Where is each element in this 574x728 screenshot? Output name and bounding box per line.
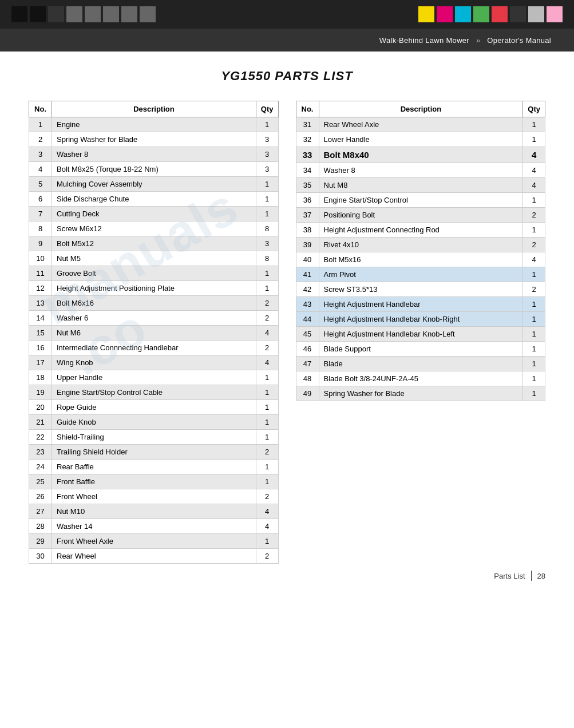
row-no: 46 (296, 342, 319, 357)
row-desc: Blade (319, 357, 523, 371)
row-desc: Engine Start/Stop Control (319, 193, 523, 208)
row-no: 45 (296, 327, 319, 342)
row-desc: Side Discharge Chute (52, 192, 256, 207)
row-no: 42 (296, 282, 319, 297)
right-col-qty: Qty (523, 101, 545, 117)
row-desc: Nut M5 (52, 251, 256, 266)
table-row: 49Spring Washer for Blade1 (296, 386, 545, 401)
header-block-4 (66, 6, 82, 22)
table-row: 36Engine Start/Stop Control1 (296, 193, 545, 208)
row-no: 43 (296, 297, 319, 312)
row-desc: Height Adjustment Handlebar Knob-Right (319, 312, 523, 327)
row-no: 19 (29, 385, 52, 400)
row-qty: 1 (523, 312, 545, 327)
row-qty: 4 (523, 178, 545, 193)
table-row: 2Spring Washer for Blade3 (29, 132, 279, 147)
row-no: 29 (29, 534, 52, 549)
row-desc: Groove Bolt (52, 266, 256, 281)
row-qty: 4 (523, 252, 545, 267)
row-no: 1 (29, 117, 52, 132)
row-qty: 8 (256, 221, 278, 236)
row-no: 7 (29, 207, 52, 221)
row-desc: Front Wheel Axle (52, 534, 256, 549)
row-qty: 4 (523, 147, 545, 163)
row-no: 49 (296, 386, 319, 401)
row-no: 37 (296, 208, 319, 223)
row-no: 24 (29, 460, 52, 474)
row-desc: Front Wheel (52, 489, 256, 504)
header-right-decoration (418, 6, 563, 22)
header-block-6 (103, 6, 119, 22)
table-row: 15Nut M64 (29, 326, 279, 341)
table-row: 6Side Discharge Chute1 (29, 192, 279, 207)
table-row: 19Engine Start/Stop Control Cable1 (29, 385, 279, 400)
table-row: 13Bolt M6x162 (29, 296, 279, 311)
row-qty: 3 (256, 147, 278, 162)
table-row: 16Intermediate Connnecting Handlebar2 (29, 341, 279, 355)
row-qty: 1 (523, 342, 545, 357)
row-no: 23 (29, 445, 52, 460)
row-qty: 1 (256, 117, 278, 132)
table-row: 3Washer 83 (29, 147, 279, 162)
table-row: 44Height Adjustment Handlebar Knob-Right… (296, 312, 545, 327)
header-rblock-magenta (437, 6, 453, 22)
right-col-desc: Description (319, 101, 523, 117)
row-no: 4 (29, 162, 52, 177)
row-no: 25 (29, 474, 52, 489)
header-rblock-red (492, 6, 508, 22)
row-desc: Screw M6x12 (52, 221, 256, 236)
table-row: 46Blade Support1 (296, 342, 545, 357)
row-qty: 4 (256, 519, 278, 534)
header-rblock-cyan (455, 6, 471, 22)
row-desc: Lower Handle (319, 132, 523, 147)
header-block-8 (140, 6, 156, 22)
row-qty: 4 (256, 504, 278, 519)
separator: » (476, 36, 482, 45)
table-row: 34Washer 84 (296, 163, 545, 178)
row-desc: Bolt M5x12 (52, 236, 256, 251)
row-desc: Trailing Shield Holder (52, 445, 256, 460)
footer-divider (531, 571, 532, 581)
row-desc: Bolt M8x40 (319, 147, 523, 163)
row-desc: Wing Knob (52, 355, 256, 370)
row-desc: Nut M8 (319, 178, 523, 193)
row-no: 31 (296, 117, 319, 132)
page: Walk-Behind Lawn Mower » Operator's Manu… (0, 0, 574, 728)
row-desc: Engine Start/Stop Control Cable (52, 385, 256, 400)
left-col-qty: Qty (256, 101, 278, 117)
row-desc: Cutting Deck (52, 207, 256, 221)
table-row: 43Height Adjustment Handlebar1 (296, 297, 545, 312)
row-qty: 2 (256, 296, 278, 311)
row-qty: 2 (523, 208, 545, 223)
row-desc: Upper Handle (52, 370, 256, 385)
right-table: No. Description Qty 31Rear Wheel Axle132… (296, 101, 546, 401)
table-row: 8Screw M6x128 (29, 221, 279, 236)
row-desc: Rear Wheel (52, 549, 256, 564)
row-no: 2 (29, 132, 52, 147)
row-qty: 1 (523, 327, 545, 342)
table-row: 20Rope Guide1 (29, 400, 279, 415)
row-desc: Washer 8 (319, 163, 523, 178)
row-qty: 1 (256, 415, 278, 430)
row-desc: Washer 14 (52, 519, 256, 534)
page-content: manuals.co YG1550 PARTS LIST No. Descrip… (0, 52, 574, 598)
row-desc: Positioning Bolt (319, 208, 523, 223)
row-qty: 2 (256, 445, 278, 460)
table-row: 18Upper Handle1 (29, 370, 279, 385)
row-qty: 1 (256, 400, 278, 415)
row-qty: 1 (256, 460, 278, 474)
table-row: 42Screw ST3.5*132 (296, 282, 545, 297)
row-desc: Washer 8 (52, 147, 256, 162)
row-qty: 2 (256, 311, 278, 326)
row-qty: 1 (523, 132, 545, 147)
row-no: 22 (29, 430, 52, 445)
row-no: 48 (296, 371, 319, 386)
row-no: 9 (29, 236, 52, 251)
row-no: 8 (29, 221, 52, 236)
left-table-section: No. Description Qty 1Engine12Spring Wash… (29, 101, 279, 564)
row-no: 28 (29, 519, 52, 534)
right-col-no: No. (296, 101, 319, 117)
row-desc: Screw ST3.5*13 (319, 282, 523, 297)
table-row: 45Height Adjustment Handlebar Knob-Left1 (296, 327, 545, 342)
table-row: 38Height Adjustment Connecting Rod1 (296, 223, 545, 238)
